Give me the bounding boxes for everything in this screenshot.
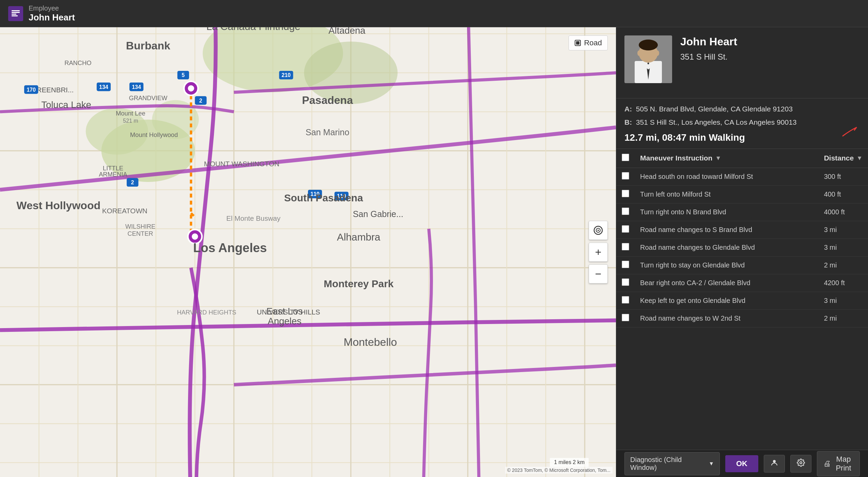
svg-text:Los Angeles: Los Angeles [193, 241, 267, 255]
svg-point-104 [656, 50, 659, 56]
svg-text:134: 134 [132, 84, 141, 90]
row-checkbox[interactable] [622, 278, 629, 286]
map-scale: 1 miles 2 km [550, 458, 589, 467]
mode-dropdown-label: Diagnostic (Child Window) [630, 456, 706, 472]
svg-text:Montebello: Montebello [344, 336, 397, 348]
svg-rect-2 [12, 14, 16, 15]
route-point-a: A: 505 N. Brand Blvd, Glendale, CA Glend… [624, 104, 860, 114]
svg-text:Burbank: Burbank [126, 40, 170, 52]
distance-cell: 3 mi [819, 292, 868, 309]
svg-text:KOREATOWN: KOREATOWN [102, 207, 148, 215]
svg-text:San Gabrie...: San Gabrie... [353, 209, 403, 219]
svg-text:WILSHIRE: WILSHIRE [125, 223, 155, 230]
table-row: Head south on road toward Milford St300 … [616, 168, 868, 185]
distance-cell: 400 ft [819, 185, 868, 203]
print-map-button[interactable]: 🖨 Map Print [817, 451, 860, 476]
svg-text:5: 5 [182, 72, 185, 78]
profile-info: John Heart 351 S Hill St. [680, 35, 860, 83]
svg-text:Monterey Park: Monterey Park [324, 278, 393, 289]
avatar [624, 35, 672, 83]
profile-header: John Heart 351 S Hill St. [624, 35, 860, 83]
instruction-filter-icon[interactable]: ▼ [715, 155, 721, 162]
select-all-checkbox[interactable] [622, 154, 629, 161]
header-label: Employee [29, 4, 75, 12]
svg-point-95 [598, 230, 599, 231]
svg-text:210: 210 [282, 72, 291, 78]
svg-text:RANCHO: RANCHO [64, 59, 91, 66]
svg-text:Mount Lee: Mount Lee [116, 110, 145, 117]
svg-point-106 [800, 462, 802, 464]
distance-cell: 4200 ft [819, 274, 868, 292]
svg-text:El Monte Busway: El Monte Busway [226, 214, 281, 222]
zoom-in-button[interactable]: + [589, 243, 608, 262]
table-container[interactable]: Maneuver Instruction ▼ Distance ▼ [616, 149, 868, 450]
mode-dropdown[interactable]: Diagnostic (Child Window) ▼ [624, 452, 720, 475]
row-checkbox[interactable] [622, 190, 629, 197]
table-row: Turn right onto N Brand Blvd4000 ft [616, 203, 868, 221]
col-instruction-header: Maneuver Instruction ▼ [635, 149, 819, 168]
zoom-out-button[interactable]: − [589, 264, 608, 283]
map-copyright: © 2023 TomTom, © Microsoft Corporation, … [505, 467, 613, 474]
profile-address: 351 S Hill St. [680, 52, 860, 62]
instruction-cell: Road name changes to W 2nd St [635, 309, 819, 327]
instruction-cell: Road name changes to S Brand Blvd [635, 221, 819, 238]
route-summary-text: 12.7 mi, 08:47 min Walking [624, 132, 745, 143]
svg-rect-3 [12, 15, 18, 16]
row-checkbox[interactable] [622, 172, 629, 180]
svg-text:2: 2 [131, 179, 134, 185]
distance-cell: 2 mi [819, 309, 868, 327]
table-row: Keep left to get onto Glendale Blvd3 mi [616, 292, 868, 309]
print-icon: 🖨 [823, 459, 831, 468]
table-row: Road name changes to Glendale Blvd3 mi [616, 238, 868, 256]
distance-cell: 4000 ft [819, 203, 868, 221]
row-checkbox[interactable] [622, 207, 629, 215]
table-row: Bear right onto CA-2 / Glendale Blvd4200… [616, 274, 868, 292]
profile-name: John Heart [680, 35, 860, 48]
row-checkbox[interactable] [622, 225, 629, 233]
svg-text:CENTER: CENTER [127, 230, 153, 237]
settings-button[interactable] [790, 455, 811, 473]
instruction-cell: Turn left onto Milford St [635, 185, 819, 203]
app-header: Employee John Heart [0, 0, 868, 27]
row-checkbox[interactable] [622, 243, 629, 250]
svg-text:Pasadena: Pasadena [302, 94, 353, 106]
row-checkbox[interactable] [622, 261, 629, 268]
svg-point-103 [637, 50, 641, 56]
svg-text:La Canada Flintridge: La Canada Flintridge [206, 27, 300, 32]
ok-button[interactable]: OK [725, 455, 758, 472]
instruction-cell: Bear right onto CA-2 / Glendale Blvd [635, 274, 819, 292]
svg-point-102 [639, 40, 658, 50]
row-checkbox[interactable] [622, 296, 629, 304]
dropdown-arrow-icon: ▼ [709, 461, 714, 467]
distance-cell: 3 mi [819, 238, 868, 256]
road-type-label: Road [584, 39, 602, 47]
header-employee-name: John Heart [29, 12, 75, 23]
route-a-value: 505 N. Brand Blvd, Glendale, CA Glendale… [636, 105, 793, 113]
svg-text:San Marino: San Marino [306, 127, 350, 137]
svg-text:521 m: 521 m [123, 118, 138, 124]
svg-rect-1 [12, 12, 20, 13]
row-checkbox[interactable] [622, 314, 629, 321]
road-type-button[interactable]: Road [569, 35, 608, 50]
route-summary: 12.7 mi, 08:47 min Walking [624, 132, 860, 143]
svg-text:134: 134 [99, 84, 108, 90]
table-row: Turn right to stay on Glendale Blvd2 mi [616, 256, 868, 274]
route-info: A: 505 N. Brand Blvd, Glendale, CA Glend… [616, 98, 868, 149]
profile-section: John Heart 351 S Hill St. [616, 27, 868, 98]
user-button[interactable] [764, 455, 785, 473]
svg-rect-0 [12, 10, 20, 11]
map-area[interactable]: 5 134 134 210 110 110 2 2 Burbank Toluca… [0, 27, 616, 477]
right-panel: John Heart 351 S Hill St. A: 505 N. Bran… [616, 27, 868, 477]
svg-text:GRANDVIEW: GRANDVIEW [129, 94, 168, 102]
route-b-value: 351 S Hill St., Los Angeles, CA Los Ange… [636, 118, 797, 126]
svg-text:2: 2 [199, 97, 202, 104]
col-checkbox-header [616, 149, 635, 168]
svg-text:ARMENIA: ARMENIA [99, 171, 127, 178]
instruction-cell: Turn right to stay on Glendale Blvd [635, 256, 819, 274]
header-text-block: Employee John Heart [29, 4, 75, 23]
zoom-reset-button[interactable] [589, 221, 608, 240]
instruction-cell: Turn right onto N Brand Blvd [635, 203, 819, 221]
svg-text:Mount Hollywood: Mount Hollywood [130, 131, 178, 138]
app-icon [8, 6, 23, 21]
distance-filter-icon[interactable]: ▼ [856, 155, 863, 162]
